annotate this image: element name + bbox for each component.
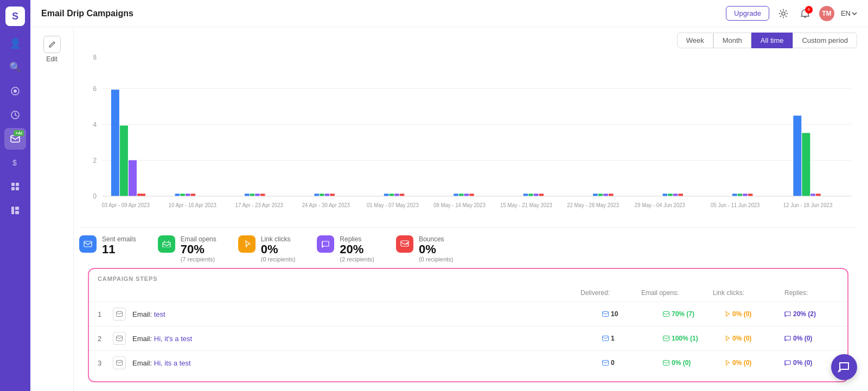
step-2-label: Email: Hi, it's a test — [132, 335, 596, 343]
edit-label: Edit — [46, 55, 58, 63]
svg-rect-64 — [793, 116, 801, 196]
step-3-opens: 0% (0) — [663, 359, 717, 367]
period-month[interactable]: Month — [713, 33, 751, 48]
stat-opens-label: Email opens — [181, 235, 216, 243]
stat-bounces-sub: (0 recipients) — [419, 256, 454, 262]
header-right: Upgrade 6 TM EN — [726, 6, 857, 21]
svg-rect-66 — [810, 194, 815, 196]
sidebar-item-email[interactable]: +AI — [4, 128, 26, 150]
svg-rect-54 — [603, 194, 608, 196]
svg-text:17 Apr - 23 Apr 2023: 17 Apr - 23 Apr 2023 — [235, 202, 284, 208]
stat-clicks-label: Link clicks — [261, 235, 296, 243]
stat-clicks-value: 0% — [261, 243, 296, 256]
svg-rect-39 — [330, 194, 335, 196]
svg-text:05 Jun - 11 Jun 2023: 05 Jun - 11 Jun 2023 — [711, 202, 760, 208]
svg-text:0: 0 — [93, 193, 97, 200]
stat-replies-sub: (2 recipients) — [340, 256, 374, 262]
sidebar-item-dollar[interactable]: $ — [4, 152, 26, 174]
sidebar-item-profile[interactable]: 👤 — [4, 33, 26, 54]
svg-text:8: 8 — [93, 54, 97, 61]
svg-rect-45 — [459, 194, 464, 196]
upgrade-button[interactable]: Upgrade — [726, 6, 769, 21]
step-1-delivered: 10 — [602, 310, 656, 318]
stats-row: Sent emails 11 Email opens 70% (7 recipi… — [79, 227, 857, 268]
svg-rect-56 — [663, 194, 668, 196]
stat-clicks: Link clicks 0% (0 recipients) — [238, 235, 296, 262]
sidebar-item-search[interactable]: 🔍 — [4, 56, 26, 78]
svg-text:24 Apr - 30 Apr 2023: 24 Apr - 30 Apr 2023 — [302, 202, 350, 208]
svg-rect-46 — [464, 194, 469, 196]
svg-line-4 — [15, 115, 17, 116]
step-3-clicks: 0% (0) — [724, 359, 778, 367]
avatar[interactable]: TM — [819, 6, 834, 21]
campaign-header-row: Delivered: Email opens: Link clicks: Rep… — [89, 287, 847, 302]
svg-rect-37 — [320, 194, 324, 196]
replies-icon — [317, 235, 334, 253]
page-title: Email Drip Campaigns — [41, 9, 133, 18]
svg-text:2: 2 — [93, 157, 97, 164]
svg-rect-9 — [11, 187, 15, 190]
svg-rect-31 — [190, 194, 195, 196]
svg-text:29 May - 04 Jun 2023: 29 May - 04 Jun 2023 — [635, 202, 686, 208]
notification-icon[interactable]: 6 — [797, 6, 813, 21]
period-week[interactable]: Week — [677, 33, 713, 48]
svg-rect-48 — [524, 194, 528, 196]
svg-rect-58 — [673, 194, 678, 196]
step-2-clicks: 0% (0) — [724, 335, 778, 342]
clicks-icon — [238, 235, 256, 253]
sidebar-item-grid[interactable] — [4, 200, 26, 221]
sidebar-item-activity[interactable] — [4, 80, 26, 102]
svg-text:$: $ — [12, 158, 17, 167]
main-content: Email Drip Campaigns Upgrade 6 TM EN — [30, 0, 868, 391]
svg-text:22 May - 28 May 2023: 22 May - 28 May 2023 — [567, 202, 619, 208]
campaign-row-3: 3 Email: Hi, its a test 0 — [89, 350, 847, 375]
step-1-replies: 20% (2) — [784, 310, 839, 318]
header: Email Drip Campaigns Upgrade 6 TM EN — [30, 0, 868, 27]
svg-rect-25 — [120, 125, 128, 196]
settings-icon[interactable] — [776, 6, 791, 21]
stat-replies-value: 20% — [340, 243, 374, 256]
period-alltime[interactable]: All time — [751, 33, 793, 48]
svg-rect-43 — [400, 194, 405, 196]
step-3-link[interactable]: Hi, its a test — [154, 359, 191, 367]
period-custom[interactable]: Custom period — [793, 33, 857, 48]
notification-badge: 6 — [805, 6, 813, 14]
svg-rect-55 — [609, 194, 614, 196]
svg-rect-42 — [394, 194, 399, 196]
svg-rect-7 — [11, 183, 15, 186]
step-1-link[interactable]: test — [154, 310, 165, 318]
svg-rect-50 — [534, 194, 539, 196]
svg-rect-49 — [528, 194, 533, 196]
campaign-section: CAMPAIGN STEPS Delivered: Email opens: L… — [88, 268, 848, 382]
language-selector[interactable]: EN — [841, 9, 857, 17]
svg-text:12 Jun - 18 Jun 2023: 12 Jun - 18 Jun 2023 — [783, 202, 833, 208]
opens-icon — [158, 235, 175, 253]
stat-opens: Email opens 70% (7 recipients) — [158, 235, 216, 262]
sidebar-item-clock[interactable] — [4, 104, 26, 126]
step-1-label: Email: test — [132, 310, 596, 318]
stat-bounces-value: 0% — [419, 243, 454, 256]
col-delivered-header: Delivered: — [580, 287, 635, 297]
svg-rect-40 — [384, 194, 389, 196]
step-3-icon — [113, 356, 126, 369]
step-3-num: 3 — [98, 359, 106, 367]
stat-bounces: Bounces 0% (0 recipients) — [396, 235, 454, 262]
stat-opens-value: 70% — [181, 243, 216, 256]
svg-rect-36 — [314, 194, 319, 196]
svg-point-1 — [14, 89, 17, 93]
svg-rect-28 — [175, 194, 180, 196]
bounces-icon — [396, 235, 413, 253]
stat-bounces-info: Bounces 0% (0 recipients) — [419, 235, 454, 262]
svg-rect-34 — [255, 194, 260, 196]
sidebar-item-puzzle[interactable] — [4, 176, 26, 197]
svg-rect-35 — [260, 194, 265, 196]
chat-bubble[interactable] — [831, 354, 857, 380]
svg-rect-85 — [663, 312, 669, 317]
sidebar-logo[interactable]: S — [5, 7, 25, 26]
edit-button[interactable]: Edit — [43, 36, 61, 63]
stat-opens-info: Email opens 70% (7 recipients) — [181, 235, 216, 262]
svg-rect-51 — [539, 194, 544, 196]
step-2-link[interactable]: Hi, it's a test — [154, 335, 192, 343]
step-2-replies: 0% (0) — [784, 335, 839, 342]
svg-rect-59 — [678, 194, 683, 196]
